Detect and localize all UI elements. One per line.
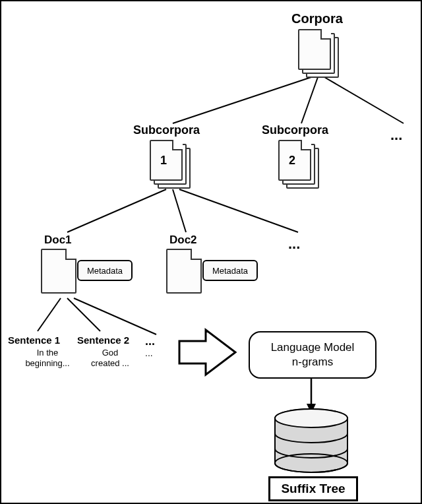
suffix-tree-label: Suffix Tree xyxy=(281,482,345,496)
doc1-metadata-label: Metadata xyxy=(87,266,123,276)
sentence1-text: In the beginning... xyxy=(21,348,74,368)
subcorpora1-title: Subcorpora xyxy=(133,123,200,137)
subcorpora1-num: 1 xyxy=(160,154,167,168)
subcorpora-more: ... xyxy=(390,127,402,144)
doc2-metadata: Metadata xyxy=(202,260,258,281)
doc2-metadata-label: Metadata xyxy=(212,266,248,276)
sentence1-title: Sentence 1 xyxy=(8,334,60,346)
svg-marker-10 xyxy=(307,404,316,414)
doc1-title: Doc1 xyxy=(44,234,72,247)
sentence2-line2: created ... xyxy=(91,358,129,368)
langmodel-line1: Language Model xyxy=(271,340,355,355)
sentence-more: ... xyxy=(145,334,155,348)
language-model-box: Language Model n-grams xyxy=(249,331,377,379)
svg-line-7 xyxy=(67,298,100,331)
suffix-tree-box: Suffix Tree xyxy=(268,476,358,501)
sentence2-title: Sentence 2 xyxy=(77,334,129,346)
svg-line-2 xyxy=(324,77,404,123)
corpora-title: Corpora xyxy=(291,11,343,26)
sentence1-line1: In the xyxy=(37,348,59,358)
svg-line-3 xyxy=(67,189,166,232)
sentence2-text: God created ... xyxy=(84,348,136,368)
svg-point-11 xyxy=(275,409,347,427)
doc1-metadata: Metadata xyxy=(77,260,133,281)
sentence-more2: ... xyxy=(145,348,153,359)
doc2-title: Doc2 xyxy=(169,234,197,247)
doc-more: ... xyxy=(288,236,300,253)
langmodel-line2: n-grams xyxy=(292,355,333,369)
svg-line-0 xyxy=(173,77,311,123)
svg-point-13 xyxy=(275,454,347,472)
svg-line-8 xyxy=(74,298,156,334)
sentence1-line2: beginning... xyxy=(25,358,69,368)
svg-point-12 xyxy=(275,409,347,427)
svg-line-1 xyxy=(301,77,318,123)
svg-line-6 xyxy=(38,298,61,331)
sentence2-line1: God xyxy=(102,348,119,358)
svg-line-5 xyxy=(179,189,298,232)
subcorpora2-title: Subcorpora xyxy=(262,123,328,137)
diagram-frame: Corpora Subcorpora 1 Subcorpora 2 ... Do… xyxy=(0,0,422,504)
svg-line-4 xyxy=(173,189,186,232)
subcorpora2-num: 2 xyxy=(289,154,295,168)
